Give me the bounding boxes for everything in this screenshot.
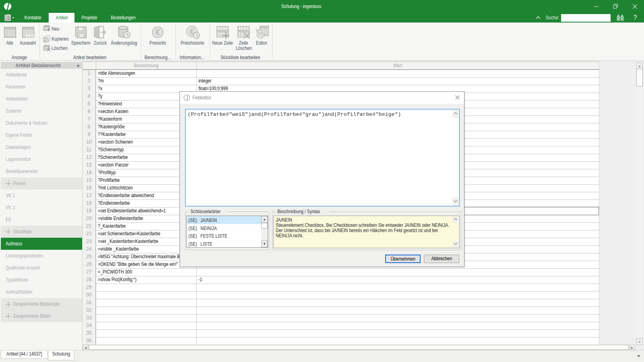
svg-text:€: € — [155, 28, 160, 37]
